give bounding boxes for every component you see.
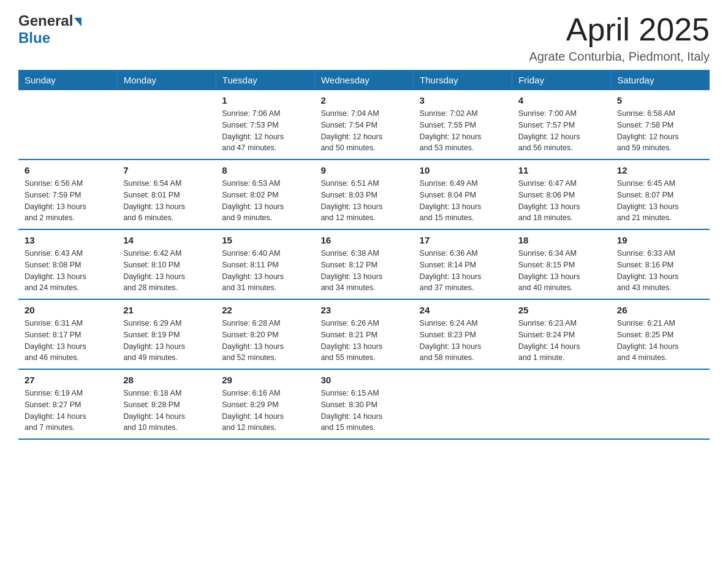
calendar-cell: 10Sunrise: 6:49 AM Sunset: 8:04 PM Dayli… [414,159,512,229]
day-number: 17 [420,235,506,245]
calendar-cell [512,369,611,439]
day-info: Sunrise: 6:23 AM Sunset: 8:24 PM Dayligh… [518,318,605,364]
day-info: Sunrise: 6:40 AM Sunset: 8:11 PM Dayligh… [222,248,308,294]
header-row: SundayMondayTuesdayWednesdayThursdayFrid… [18,70,710,90]
day-number: 1 [222,95,308,105]
calendar-cell: 16Sunrise: 6:38 AM Sunset: 8:12 PM Dayli… [314,229,413,299]
day-info: Sunrise: 6:45 AM Sunset: 8:07 PM Dayligh… [617,178,703,224]
calendar-week-row: 13Sunrise: 6:43 AM Sunset: 8:08 PM Dayli… [18,229,710,299]
day-info: Sunrise: 6:54 AM Sunset: 8:01 PM Dayligh… [123,178,210,224]
header-monday: Monday [117,70,216,90]
calendar-cell: 22Sunrise: 6:28 AM Sunset: 8:20 PM Dayli… [216,299,314,369]
calendar-table: SundayMondayTuesdayWednesdayThursdayFrid… [18,70,710,440]
page-header: General Blue April 2025 Agrate Conturbia… [18,12,710,64]
day-info: Sunrise: 6:19 AM Sunset: 8:27 PM Dayligh… [25,388,111,434]
calendar-cell: 2Sunrise: 7:04 AM Sunset: 7:54 PM Daylig… [314,90,413,159]
calendar-cell: 28Sunrise: 6:18 AM Sunset: 8:28 PM Dayli… [117,369,216,439]
calendar-cell: 21Sunrise: 6:29 AM Sunset: 8:19 PM Dayli… [117,299,216,369]
day-number: 15 [222,235,308,245]
day-info: Sunrise: 6:58 AM Sunset: 7:58 PM Dayligh… [617,108,703,154]
calendar-cell: 4Sunrise: 7:00 AM Sunset: 7:57 PM Daylig… [512,90,611,159]
calendar-cell [117,90,216,159]
logo-arrow-icon [74,18,82,26]
calendar-cell: 24Sunrise: 6:24 AM Sunset: 8:23 PM Dayli… [414,299,512,369]
day-info: Sunrise: 6:18 AM Sunset: 8:28 PM Dayligh… [123,388,210,434]
logo: General Blue [18,12,82,47]
day-info: Sunrise: 6:47 AM Sunset: 8:06 PM Dayligh… [518,178,605,224]
day-info: Sunrise: 6:38 AM Sunset: 8:12 PM Dayligh… [320,248,407,294]
header-wednesday: Wednesday [314,70,413,90]
day-info: Sunrise: 6:26 AM Sunset: 8:21 PM Dayligh… [320,318,407,364]
day-info: Sunrise: 6:56 AM Sunset: 7:59 PM Dayligh… [25,178,111,224]
day-number: 7 [123,165,210,175]
logo-blue-text: Blue [18,29,50,47]
calendar-cell [18,90,117,159]
header-thursday: Thursday [414,70,512,90]
calendar-cell: 5Sunrise: 6:58 AM Sunset: 7:58 PM Daylig… [611,90,710,159]
day-number: 26 [617,305,703,315]
calendar-cell [414,369,512,439]
calendar-cell: 6Sunrise: 6:56 AM Sunset: 7:59 PM Daylig… [18,159,117,229]
calendar-cell: 30Sunrise: 6:15 AM Sunset: 8:30 PM Dayli… [314,369,413,439]
day-info: Sunrise: 6:15 AM Sunset: 8:30 PM Dayligh… [320,388,407,434]
month-title: April 2025 [529,12,710,47]
calendar-cell: 19Sunrise: 6:33 AM Sunset: 8:16 PM Dayli… [611,229,710,299]
logo-general-text: General [18,12,73,29]
day-number: 6 [25,165,111,175]
day-number: 28 [123,375,210,385]
day-number: 4 [518,95,605,105]
day-number: 14 [123,235,210,245]
calendar-cell: 1Sunrise: 7:06 AM Sunset: 7:53 PM Daylig… [216,90,314,159]
day-info: Sunrise: 6:51 AM Sunset: 8:03 PM Dayligh… [320,178,407,224]
day-info: Sunrise: 6:33 AM Sunset: 8:16 PM Dayligh… [617,248,703,294]
calendar-cell: 26Sunrise: 6:21 AM Sunset: 8:25 PM Dayli… [611,299,710,369]
calendar-week-row: 1Sunrise: 7:06 AM Sunset: 7:53 PM Daylig… [18,90,710,159]
day-number: 23 [320,305,407,315]
day-info: Sunrise: 6:28 AM Sunset: 8:20 PM Dayligh… [222,318,308,364]
calendar-cell: 11Sunrise: 6:47 AM Sunset: 8:06 PM Dayli… [512,159,611,229]
calendar-cell: 29Sunrise: 6:16 AM Sunset: 8:29 PM Dayli… [216,369,314,439]
calendar-cell: 23Sunrise: 6:26 AM Sunset: 8:21 PM Dayli… [314,299,413,369]
day-info: Sunrise: 6:34 AM Sunset: 8:15 PM Dayligh… [518,248,605,294]
day-info: Sunrise: 7:06 AM Sunset: 7:53 PM Dayligh… [222,108,308,154]
calendar-cell: 7Sunrise: 6:54 AM Sunset: 8:01 PM Daylig… [117,159,216,229]
day-info: Sunrise: 6:49 AM Sunset: 8:04 PM Dayligh… [420,178,506,224]
header-friday: Friday [512,70,611,90]
day-number: 24 [420,305,506,315]
day-info: Sunrise: 6:43 AM Sunset: 8:08 PM Dayligh… [25,248,111,294]
calendar-cell: 9Sunrise: 6:51 AM Sunset: 8:03 PM Daylig… [314,159,413,229]
header-tuesday: Tuesday [216,70,314,90]
day-number: 2 [320,95,407,105]
day-number: 3 [420,95,506,105]
title-section: April 2025 Agrate Conturbia, Piedmont, I… [529,12,710,64]
calendar-cell: 3Sunrise: 7:02 AM Sunset: 7:55 PM Daylig… [414,90,512,159]
day-info: Sunrise: 6:53 AM Sunset: 8:02 PM Dayligh… [222,178,308,224]
header-sunday: Sunday [18,70,117,90]
day-number: 29 [222,375,308,385]
day-number: 8 [222,165,308,175]
calendar-week-row: 20Sunrise: 6:31 AM Sunset: 8:17 PM Dayli… [18,299,710,369]
day-info: Sunrise: 6:21 AM Sunset: 8:25 PM Dayligh… [617,318,703,364]
calendar-cell: 27Sunrise: 6:19 AM Sunset: 8:27 PM Dayli… [18,369,117,439]
day-number: 12 [617,165,703,175]
day-info: Sunrise: 7:02 AM Sunset: 7:55 PM Dayligh… [420,108,506,154]
day-info: Sunrise: 6:42 AM Sunset: 8:10 PM Dayligh… [123,248,210,294]
day-info: Sunrise: 6:16 AM Sunset: 8:29 PM Dayligh… [222,388,308,434]
day-info: Sunrise: 7:04 AM Sunset: 7:54 PM Dayligh… [320,108,407,154]
location-subtitle: Agrate Conturbia, Piedmont, Italy [529,50,710,64]
calendar-cell: 12Sunrise: 6:45 AM Sunset: 8:07 PM Dayli… [611,159,710,229]
day-number: 18 [518,235,605,245]
calendar-header: SundayMondayTuesdayWednesdayThursdayFrid… [18,70,710,90]
day-number: 16 [320,235,407,245]
day-info: Sunrise: 6:29 AM Sunset: 8:19 PM Dayligh… [123,318,210,364]
calendar-cell: 18Sunrise: 6:34 AM Sunset: 8:15 PM Dayli… [512,229,611,299]
day-info: Sunrise: 6:24 AM Sunset: 8:23 PM Dayligh… [420,318,506,364]
day-number: 30 [320,375,407,385]
day-number: 9 [320,165,407,175]
day-info: Sunrise: 7:00 AM Sunset: 7:57 PM Dayligh… [518,108,605,154]
day-number: 20 [25,305,111,315]
calendar-cell: 20Sunrise: 6:31 AM Sunset: 8:17 PM Dayli… [18,299,117,369]
day-number: 25 [518,305,605,315]
day-number: 5 [617,95,703,105]
calendar-week-row: 27Sunrise: 6:19 AM Sunset: 8:27 PM Dayli… [18,369,710,439]
